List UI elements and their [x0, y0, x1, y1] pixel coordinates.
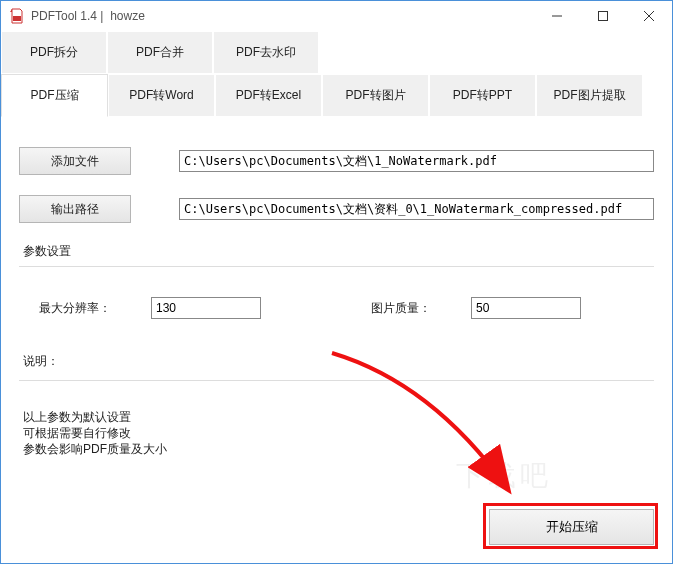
tab-merge[interactable]: PDF合并 [107, 31, 213, 74]
tab-compress[interactable]: PDF压缩 [1, 74, 108, 117]
app-window: PDFTool 1.4 | howze PDF拆分 PDF合并 PDF去水印 P… [0, 0, 673, 564]
output-path-row: 输出路径 C:\Users\pc\Documents\文档\资料_0\1_NoW… [19, 195, 654, 223]
params-section-label: 参数设置 [19, 243, 654, 260]
add-file-button[interactable]: 添加文件 [19, 147, 131, 175]
tab-to-image[interactable]: PDF转图片 [322, 74, 429, 117]
action-button-wrap: 开始压缩 [489, 509, 654, 545]
description-section-label: 说明： [19, 353, 654, 370]
max-resolution-label: 最大分辨率： [39, 300, 111, 317]
max-resolution-input[interactable] [151, 297, 261, 319]
watermark-text: 下载吧 [456, 457, 552, 495]
add-file-row: 添加文件 C:\Users\pc\Documents\文档\1_NoWaterm… [19, 147, 654, 175]
description-section: 说明： 以上参数为默认设置 可根据需要自行修改 参数会影响PDF质量及大小 [19, 353, 654, 458]
image-quality-label: 图片质量： [371, 300, 431, 317]
maximize-button[interactable] [580, 1, 626, 31]
start-compress-button[interactable]: 开始压缩 [489, 509, 654, 545]
params-section: 参数设置 最大分辨率： 图片质量： [19, 243, 654, 343]
svg-rect-0 [13, 16, 21, 21]
window-controls [534, 1, 672, 31]
tabs-row-2: PDF压缩 PDF转Word PDF转Excel PDF转图片 PDF转PPT … [1, 74, 672, 117]
output-path-field[interactable]: C:\Users\pc\Documents\文档\资料_0\1_NoWaterm… [179, 198, 654, 220]
image-quality-input[interactable] [471, 297, 581, 319]
description-text: 以上参数为默认设置 可根据需要自行修改 参数会影响PDF质量及大小 [23, 409, 654, 458]
tab-split[interactable]: PDF拆分 [1, 31, 107, 74]
content-area: 添加文件 C:\Users\pc\Documents\文档\1_NoWaterm… [1, 117, 672, 563]
tab-to-word[interactable]: PDF转Word [108, 74, 215, 117]
close-button[interactable] [626, 1, 672, 31]
input-path-field[interactable]: C:\Users\pc\Documents\文档\1_NoWatermark.p… [179, 150, 654, 172]
tab-dewatermark[interactable]: PDF去水印 [213, 31, 319, 74]
params-box: 最大分辨率： 图片质量： [19, 266, 654, 343]
tab-to-excel[interactable]: PDF转Excel [215, 74, 322, 117]
app-icon [9, 8, 25, 24]
titlebar: PDFTool 1.4 | howze [1, 1, 672, 31]
minimize-button[interactable] [534, 1, 580, 31]
window-title: PDFTool 1.4 | howze [31, 9, 534, 23]
output-path-button[interactable]: 输出路径 [19, 195, 131, 223]
tab-extract-images[interactable]: PDF图片提取 [536, 74, 643, 117]
svg-rect-1 [599, 12, 608, 21]
tabs-row-1: PDF拆分 PDF合并 PDF去水印 [1, 31, 672, 74]
tab-to-ppt[interactable]: PDF转PPT [429, 74, 536, 117]
